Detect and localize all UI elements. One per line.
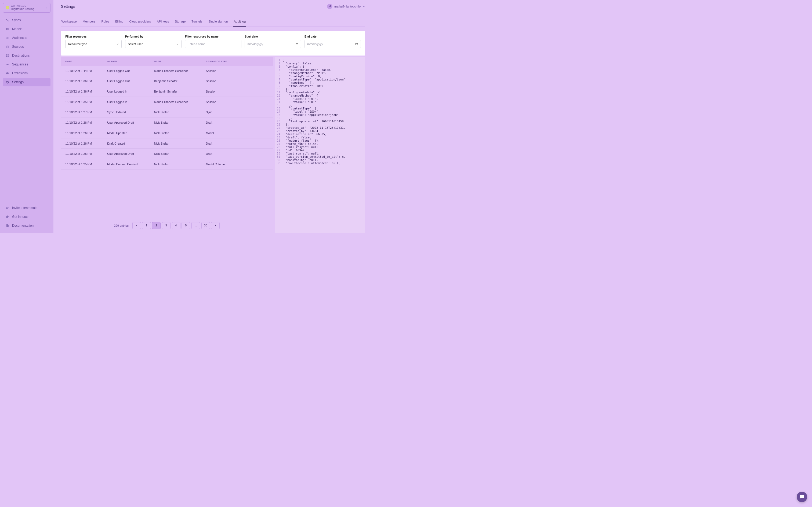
line-text: "label": "PUT", xyxy=(282,97,365,100)
sidebar-item-label: Get in touch xyxy=(12,215,29,219)
tab-audit-log[interactable]: Audit log xyxy=(233,20,246,26)
cell-user: Maria Elisabeth Schreiber xyxy=(154,69,206,72)
line-text: "changeMethod": "PUT", xyxy=(282,71,365,74)
sidebar-item-destinations[interactable]: Destinations xyxy=(3,52,50,60)
sidebar-invite[interactable]: Invite a teammate xyxy=(3,204,50,212)
cell-date: 11/10/22 at 1:44 PM xyxy=(65,69,107,72)
tab-storage[interactable]: Storage xyxy=(174,20,186,26)
line-text: "changeMethod": { xyxy=(282,94,365,97)
cell-date: 11/10/22 at 1:26 PM xyxy=(65,142,107,145)
tab-single-sign-on[interactable]: Single sign-on xyxy=(208,20,228,26)
table-row[interactable]: 11/10/22 at 1:26 PMModel UpdatedNick Ste… xyxy=(61,128,273,138)
table-row[interactable]: 11/10/22 at 1:36 PMUser Logged OutBenjam… xyxy=(61,76,273,87)
end-date-input[interactable] xyxy=(307,42,355,46)
cell-user: Nick Stefan xyxy=(154,111,206,114)
workspace-label: WORKSPACE xyxy=(11,5,43,7)
page-5-button[interactable]: 5 xyxy=(182,222,190,229)
svg-rect-10 xyxy=(6,56,7,57)
extensions-icon xyxy=(5,71,9,75)
cell-date: 11/10/22 at 1:26 PM xyxy=(65,121,107,124)
code-line: 3 "config": { xyxy=(275,65,365,68)
sidebar-item-audiences[interactable]: Audiences xyxy=(3,34,50,42)
line-number: 3 xyxy=(275,65,282,68)
cell-action: User Logged In xyxy=(107,100,154,104)
user-menu[interactable]: M maria@hightouch.io xyxy=(327,4,365,9)
line-text: "created_by": 73634, xyxy=(282,129,365,132)
cell-action: Draft Created xyxy=(107,142,154,145)
name-input-wrap xyxy=(185,40,241,48)
cell-date: 11/10/22 at 1:27 PM xyxy=(65,111,107,114)
sidebar-item-extensions[interactable]: Extensions xyxy=(3,69,50,77)
name-input[interactable] xyxy=(188,42,239,46)
code-line: 13 "label": "PUT", xyxy=(275,97,365,100)
page-3-button[interactable]: 3 xyxy=(162,222,170,229)
table-body: 11/10/22 at 1:44 PMUser Logged OutMaria … xyxy=(61,66,273,218)
code-line: 1{ xyxy=(275,58,365,62)
svg-point-16 xyxy=(6,207,7,208)
page-4-button[interactable]: 4 xyxy=(172,222,181,229)
tab-billing[interactable]: Billing xyxy=(115,20,124,26)
sidebar-item-sources[interactable]: Sources xyxy=(3,43,50,51)
table-row[interactable]: 11/10/22 at 1:35 PMUser Logged InMaria E… xyxy=(61,97,273,107)
page-30-button[interactable]: 30 xyxy=(201,222,210,229)
main: Settings M maria@hightouch.io WorkspaceM… xyxy=(53,0,373,233)
page-2-button[interactable]: 2 xyxy=(152,222,161,229)
table-row[interactable]: 11/10/22 at 1:25 PMUser Approved DraftNi… xyxy=(61,149,273,159)
page-title: Settings xyxy=(61,4,75,9)
cell-action: User Logged Out xyxy=(107,79,154,82)
tab-workspace[interactable]: Workspace xyxy=(61,20,77,26)
code-line: 6 "configVersion": 0, xyxy=(275,74,365,78)
sidebar-item-models[interactable]: Models xyxy=(3,25,50,33)
filter-label: Performed by xyxy=(125,35,182,38)
tab-tunnels[interactable]: Tunnels xyxy=(191,20,203,26)
code-line: 33 "row_threshold_attempted": null, xyxy=(275,162,365,165)
cell-user: Nick Stefan xyxy=(154,142,206,145)
sidebar-item-label: Sources xyxy=(12,45,24,49)
sidebar-docs[interactable]: Documentation xyxy=(3,221,50,230)
page-1-button[interactable]: 1 xyxy=(142,222,151,229)
line-number: 30 xyxy=(275,152,282,155)
svg-point-7 xyxy=(6,46,9,46)
svg-rect-8 xyxy=(6,54,7,56)
code-line: 18 "value": "application/json" xyxy=(275,113,365,116)
line-number: 31 xyxy=(275,155,282,158)
tab-members[interactable]: Members xyxy=(82,20,96,26)
table-row[interactable]: 11/10/22 at 1:25 PMModel Column CreatedN… xyxy=(61,159,273,170)
line-number: 19 xyxy=(275,116,282,120)
cell-action: Sync Updated xyxy=(107,111,154,114)
line-text: "config": { xyxy=(282,65,365,68)
table-row[interactable]: 11/10/22 at 1:27 PMSync UpdatedNick Stef… xyxy=(61,107,273,118)
cell-user: Benjamin Schafer xyxy=(154,79,206,82)
sidebar-item-syncs[interactable]: Syncs xyxy=(3,16,50,24)
sidebar-item-settings[interactable]: Settings xyxy=(3,78,50,87)
line-text: "full_resync": null, xyxy=(282,146,365,149)
page-prev-button[interactable] xyxy=(133,222,141,229)
cell-action: Model Updated xyxy=(107,131,154,135)
sidebar-item-sequences[interactable]: Sequences xyxy=(3,60,50,69)
tab-roles[interactable]: Roles xyxy=(101,20,110,26)
filter-label: Filter resources by name xyxy=(185,35,241,38)
tab-api-keys[interactable]: API keys xyxy=(156,20,169,26)
sidebar-item-label: Sequences xyxy=(12,62,28,66)
cell-action: User Logged In xyxy=(107,90,154,93)
code-line: 17 "label": "JSON", xyxy=(275,110,365,113)
sidebar-contact[interactable]: Get in touch xyxy=(3,213,50,221)
user-select[interactable]: Select user xyxy=(125,40,182,48)
table-row[interactable]: 11/10/22 at 1:26 PMDraft CreatedNick Ste… xyxy=(61,138,273,149)
start-date-input[interactable] xyxy=(248,42,296,46)
svg-rect-9 xyxy=(7,54,9,56)
filter-start-date: Start date xyxy=(245,35,301,48)
line-text: "last_version_committed_to_git": nu xyxy=(282,155,365,158)
svg-point-6 xyxy=(7,37,8,38)
table-row[interactable]: 11/10/22 at 1:44 PMUser Logged OutMaria … xyxy=(61,66,273,76)
cell-type: Session xyxy=(206,79,268,82)
table-row[interactable]: 11/10/22 at 1:36 PMUser Logged InBenjami… xyxy=(61,87,273,97)
code-panel[interactable]: 1{2 "canary": false,3 "config": {4 "auto… xyxy=(275,57,365,233)
line-text: "force_run": false, xyxy=(282,142,365,146)
line-text: }, xyxy=(282,123,365,126)
page-next-button[interactable] xyxy=(211,222,220,229)
workspace-picker[interactable]: WORKSPACE Hightouch Testing xyxy=(3,3,50,13)
resource-type-select[interactable]: Resource type xyxy=(65,40,122,48)
table-row[interactable]: 11/10/22 at 1:26 PMUser Approved DraftNi… xyxy=(61,117,273,128)
tab-cloud-providers[interactable]: Cloud providers xyxy=(129,20,151,26)
